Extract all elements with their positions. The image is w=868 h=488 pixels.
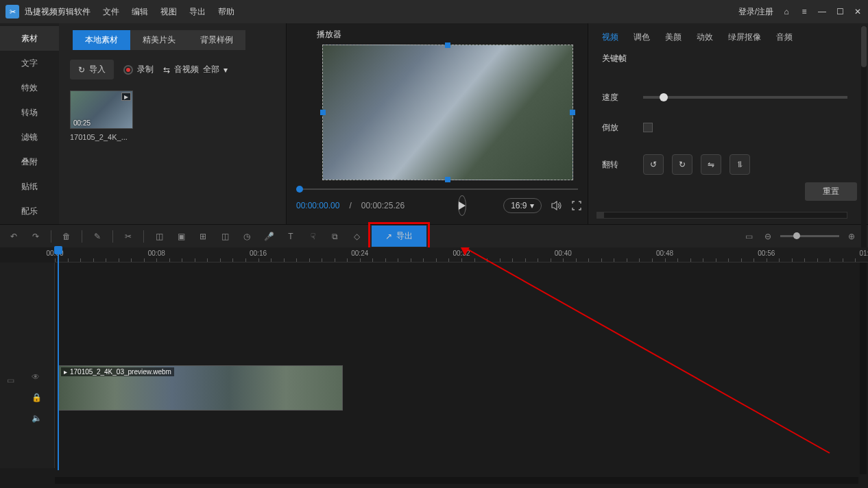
timeline-vscroll[interactable] <box>860 263 867 474</box>
flip-v-icon: ⥮ <box>736 160 743 169</box>
play-button[interactable] <box>458 195 466 216</box>
close-icon[interactable]: ✕ <box>853 7 863 16</box>
delete-button[interactable]: 🗑 <box>60 230 73 243</box>
av-label: 音视频 <box>174 64 199 75</box>
rtab-anim[interactable]: 动效 <box>697 32 713 43</box>
rotate-ccw-button[interactable]: ↺ <box>643 154 664 175</box>
maximize-icon[interactable]: ☐ <box>835 7 845 16</box>
nav-filter[interactable]: 滤镜 <box>0 125 59 149</box>
reverse-label: 倒放 <box>602 122 643 134</box>
login-link[interactable]: 登录/注册 <box>738 6 773 18</box>
tab-local[interactable]: 本地素材 <box>73 30 130 50</box>
ruler-label: 00:16 <box>250 249 267 257</box>
mute-icon[interactable]: 🔈 <box>32 413 42 423</box>
rtab-beauty[interactable]: 美颜 <box>665 32 682 43</box>
ruler-label: 00:08 <box>148 249 165 257</box>
fit-button[interactable]: ▭ <box>742 230 756 243</box>
subtab-keyframe[interactable]: 关键帧 <box>588 49 868 71</box>
menu-view[interactable]: 视图 <box>160 6 177 18</box>
nav-sticker[interactable]: 贴纸 <box>0 174 59 199</box>
record-button[interactable]: 录制 <box>123 64 154 75</box>
export-button[interactable]: ↗ 导出 <box>372 225 426 247</box>
flip-h-icon: ⇋ <box>708 160 714 169</box>
fullscreen-button[interactable] <box>572 199 581 212</box>
nav-effects[interactable]: 特效 <box>0 75 59 100</box>
rtab-chroma[interactable]: 绿屏抠像 <box>728 32 761 43</box>
nav-overlay[interactable]: 叠附 <box>0 149 59 174</box>
speed-slider[interactable] <box>643 96 847 99</box>
minimize-icon[interactable]: — <box>817 7 827 16</box>
home-icon[interactable]: ⌂ <box>782 7 791 16</box>
nav-text[interactable]: 文字 <box>0 51 59 75</box>
undo-button[interactable]: ↶ <box>7 230 21 243</box>
flip-label: 翻转 <box>602 159 643 171</box>
menu-help[interactable]: 帮助 <box>218 6 234 18</box>
timeline-toolbar: ↶ ↷ 🗑 ✎ ✂ ◫ ▣ ⊞ ◫ ◷ 🎤 T ☟ ⧉ ◇ ↗ 导出 ▭ ⊖ ⊕ <box>0 224 868 247</box>
tool-chart[interactable]: ◫ <box>218 230 232 243</box>
ruler-label: 01:04 <box>859 249 868 257</box>
import-icon: ↻ <box>78 65 85 75</box>
ruler-label: 00:40 <box>555 249 572 257</box>
reset-button[interactable]: 重置 <box>805 182 857 201</box>
tool-mic[interactable]: 🎤 <box>262 230 276 243</box>
tool-b[interactable]: ⊞ <box>196 230 210 243</box>
ruler-label: 00:48 <box>656 249 673 257</box>
flip-v-button[interactable]: ⥮ <box>730 154 750 175</box>
tab-intro[interactable]: 精美片头 <box>130 30 188 50</box>
video-track-icon: ▭ <box>7 376 14 385</box>
redo-button[interactable]: ↷ <box>29 230 43 243</box>
rtab-color[interactable]: 调色 <box>634 32 650 43</box>
volume-button[interactable] <box>551 199 562 212</box>
tool-hand[interactable]: ☟ <box>306 230 320 243</box>
tool-diamond[interactable]: ◇ <box>350 230 363 243</box>
av-filter-dropdown[interactable]: ⇆ 音视频 全部 ▾ <box>163 64 228 75</box>
nav-transition[interactable]: 转场 <box>0 100 59 125</box>
swap-icon: ⇆ <box>163 65 170 75</box>
player-panel: 播放器 00:00:00.00 / 00:00:25.26 16:9 ▾ <box>287 23 588 224</box>
main-menu: 文件 编辑 视图 导出 帮助 <box>103 6 234 18</box>
nav-music[interactable]: 配乐 <box>0 199 59 223</box>
titlebar: ✂ 迅捷视频剪辑软件 文件 编辑 视图 导出 帮助 登录/注册 ⌂ ≡ — ☐ … <box>0 0 868 23</box>
play-overlay-icon: ▸ <box>121 93 131 101</box>
reverse-checkbox[interactable] <box>643 123 653 132</box>
rotate-cw-button[interactable]: ↻ <box>672 154 692 175</box>
track-area[interactable]: ▭ 👁 🔒 🔈 ▸170105_2_4K_03_preview.webm <box>0 263 868 468</box>
crop-button[interactable]: ◫ <box>152 230 166 243</box>
playhead[interactable] <box>58 247 59 470</box>
import-button[interactable]: ↻ 导入 <box>70 60 114 80</box>
menu-export[interactable]: 导出 <box>189 6 206 18</box>
menu-file[interactable]: 文件 <box>103 6 119 18</box>
flip-h-button[interactable]: ⇋ <box>701 154 721 175</box>
tool-a[interactable]: ▣ <box>174 230 188 243</box>
timeline-ruler[interactable]: 00:0000:0800:1600:2400:3200:4000:4800:56… <box>55 247 868 263</box>
nav-material[interactable]: 素材 <box>0 26 59 51</box>
timeline-hscroll[interactable] <box>55 477 858 484</box>
rtab-audio[interactable]: 音频 <box>776 32 793 43</box>
player-progress[interactable] <box>296 184 578 194</box>
zoom-out-button[interactable]: ⊖ <box>761 230 775 243</box>
asset-thumbnail[interactable]: ▸ 00:25 170105_2_4K_... <box>70 90 133 141</box>
aspect-ratio-dropdown[interactable]: 16:9 ▾ <box>503 198 541 213</box>
ruler-label: 00:56 <box>758 249 775 257</box>
timecode-duration: 00:00:25.26 <box>361 201 405 210</box>
tab-bg[interactable]: 背景样例 <box>188 30 245 50</box>
panel-hscroll[interactable] <box>596 212 847 219</box>
zoom-slider[interactable] <box>780 235 839 237</box>
edit-button[interactable]: ✎ <box>91 230 104 243</box>
visibility-icon[interactable]: 👁 <box>32 372 42 382</box>
menu-icon[interactable]: ≡ <box>799 7 809 16</box>
zoom-in-button[interactable]: ⊕ <box>845 230 858 243</box>
tool-copy[interactable]: ⧉ <box>328 230 341 243</box>
ruler-label: 00:32 <box>453 249 470 257</box>
play-icon <box>459 202 466 210</box>
timeline-clip[interactable]: ▸170105_2_4K_03_preview.webm <box>58 365 343 411</box>
lock-icon[interactable]: 🔒 <box>32 393 42 402</box>
tool-text[interactable]: T <box>284 230 298 243</box>
menu-edit[interactable]: 编辑 <box>132 6 148 18</box>
cut-button[interactable]: ✂ <box>121 230 135 243</box>
player-viewport[interactable] <box>322 45 573 180</box>
tool-time[interactable]: ◷ <box>240 230 254 243</box>
chevron-down-icon: ▾ <box>530 201 534 210</box>
rtab-video[interactable]: 视频 <box>602 32 618 43</box>
properties-panel: 视频 调色 美颜 动效 绿屏抠像 音频 关键帧 速度 倒放 翻转 ↺ ↻ ⇋ <box>588 23 868 224</box>
